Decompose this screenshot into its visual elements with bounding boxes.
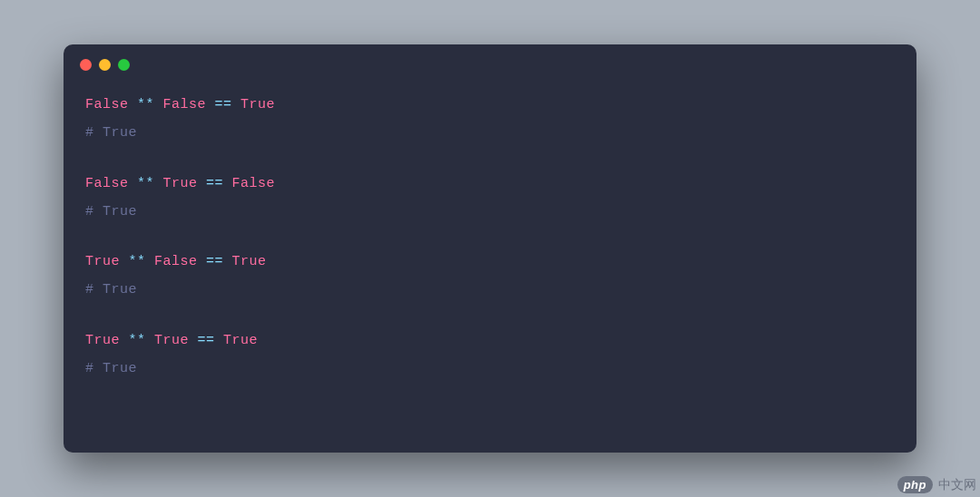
code-token-comment: # True: [85, 125, 137, 141]
code-token-operator: ==: [189, 333, 223, 348]
minimize-icon[interactable]: [99, 59, 111, 71]
code-token-keyword: True: [240, 97, 275, 112]
code-token-operator: ==: [206, 97, 240, 112]
maximize-icon[interactable]: [118, 59, 130, 71]
code-line: False ** True == False: [85, 173, 895, 194]
code-token-operator: ==: [198, 254, 232, 269]
close-icon[interactable]: [80, 59, 92, 71]
code-token-operator: **: [129, 176, 163, 191]
code-area: False ** False == True # True False ** T…: [64, 78, 916, 403]
code-token-keyword: True: [232, 254, 267, 269]
code-token-keyword: True: [85, 254, 120, 269]
code-token-keyword: True: [154, 333, 189, 348]
code-token-operator: **: [129, 97, 163, 112]
code-line: False ** False == True: [85, 94, 895, 115]
blank-line: [85, 229, 895, 251]
blank-line: [85, 308, 895, 330]
code-token-keyword: False: [232, 176, 276, 191]
code-token-operator: **: [120, 254, 154, 269]
code-token-keyword: False: [85, 97, 129, 112]
code-token-keyword: True: [163, 176, 198, 191]
watermark: php 中文网: [897, 476, 976, 493]
code-token-keyword: False: [163, 97, 207, 112]
code-token-keyword: False: [85, 176, 129, 191]
code-comment-line: # True: [85, 279, 895, 300]
code-token-comment: # True: [85, 204, 137, 219]
code-token-comment: # True: [85, 282, 137, 297]
code-token-keyword: True: [85, 333, 120, 348]
code-comment-line: # True: [85, 201, 895, 222]
watermark-text: 中文网: [938, 477, 976, 493]
code-token-keyword: False: [154, 254, 198, 269]
code-comment-line: # True: [85, 358, 895, 379]
code-token-comment: # True: [85, 361, 137, 376]
watermark-badge: php: [897, 476, 933, 493]
code-token-operator: **: [120, 333, 154, 348]
code-token-operator: ==: [198, 176, 232, 191]
code-line: True ** True == True: [85, 330, 895, 351]
code-editor-window: False ** False == True # True False ** T…: [64, 44, 916, 453]
window-controls: [64, 44, 916, 78]
code-comment-line: # True: [85, 122, 895, 143]
blank-line: [85, 151, 895, 173]
code-token-keyword: True: [223, 333, 258, 348]
code-line: True ** False == True: [85, 251, 895, 272]
